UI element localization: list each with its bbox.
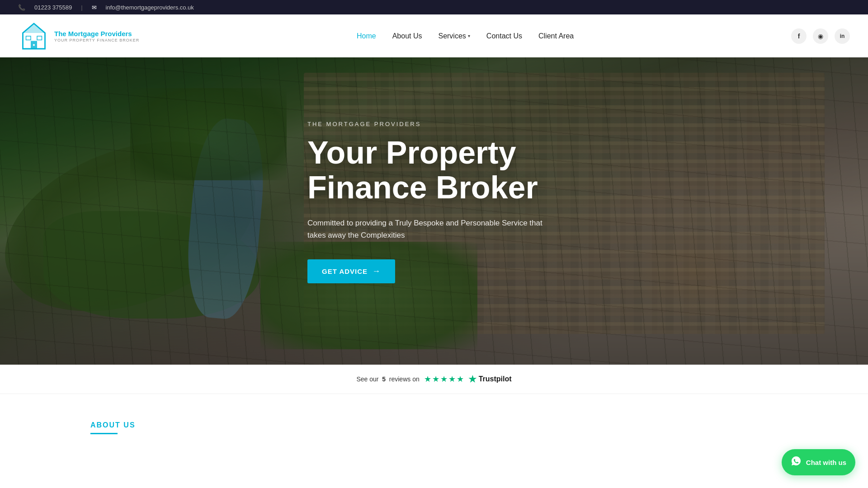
hero-title-line1: Your Property: [307, 135, 516, 170]
svg-point-5: [33, 44, 35, 46]
whatsapp-icon: [791, 455, 802, 469]
svg-rect-3: [26, 36, 31, 40]
nav-link-about[interactable]: About Us: [392, 32, 422, 40]
star-2: ★: [432, 374, 439, 384]
hero-content: THE MORTGAGE PROVIDERS Your Property Fin…: [280, 121, 588, 283]
about-underline: [90, 433, 118, 434]
star-3: ★: [440, 374, 448, 384]
nav-item-client[interactable]: Client Area: [538, 32, 574, 40]
email-address[interactable]: info@themortgageproviders.co.uk: [106, 4, 194, 11]
trustpilot-text-before: See our 5 reviews on: [356, 375, 419, 383]
chevron-down-icon: ▾: [468, 33, 470, 38]
hero-section: THE MORTGAGE PROVIDERS Your Property Fin…: [0, 57, 868, 365]
navbar: The Mortgage Providers YOUR PROPERTY FIN…: [0, 14, 868, 57]
email-icon: ✉: [92, 4, 97, 11]
tp-logo-text: Trustpilot: [479, 375, 512, 383]
brand-text: The Mortgage Providers YOUR PROPERTY FIN…: [54, 30, 139, 42]
linkedin-icon[interactable]: in: [835, 28, 850, 44]
svg-marker-1: [23, 23, 45, 33]
star-1: ★: [424, 374, 431, 384]
nav-item-about[interactable]: About Us: [392, 32, 422, 40]
about-section: ABOUT US: [0, 394, 868, 452]
arrow-right-icon: →: [372, 267, 381, 276]
nav-link-home[interactable]: Home: [357, 32, 376, 40]
chat-bubble[interactable]: Chat with us: [782, 449, 855, 475]
phone-number[interactable]: 01223 375589: [34, 4, 72, 11]
separator: |: [81, 4, 82, 11]
social-icons: f ◉ in: [791, 28, 850, 44]
top-bar: 📞 01223 375589 | ✉ info@themortgageprovi…: [0, 0, 868, 14]
get-advice-label: GET ADVICE: [322, 267, 368, 275]
hero-description: Committed to providing a Truly Bespoke a…: [307, 217, 561, 241]
tp-logo-star: ★: [468, 374, 476, 385]
nav-link-services[interactable]: Services ▾: [438, 32, 470, 40]
phone-icon: 📞: [18, 4, 25, 11]
nav-item-contact[interactable]: Contact Us: [486, 32, 522, 40]
brand-tagline: YOUR PROPERTY FINANCE BROKER: [54, 38, 139, 42]
trustpilot-count: 5: [382, 375, 386, 383]
facebook-icon[interactable]: f: [791, 28, 807, 44]
nav-link-client[interactable]: Client Area: [538, 32, 574, 40]
nav-item-services[interactable]: Services ▾: [438, 32, 470, 40]
instagram-icon[interactable]: ◉: [813, 28, 828, 44]
trustpilot-stars: ★ ★ ★ ★ ★: [424, 374, 464, 384]
svg-rect-4: [37, 36, 42, 40]
hero-title-line2: Finance Broker: [307, 170, 538, 205]
chat-label: Chat with us: [806, 459, 846, 466]
nav-item-home[interactable]: Home: [357, 32, 376, 40]
hero-subtitle: THE MORTGAGE PROVIDERS: [307, 121, 561, 127]
about-label: ABOUT US: [90, 421, 778, 429]
brand-logo: [18, 20, 50, 52]
trustpilot-bar[interactable]: See our 5 reviews on ★ ★ ★ ★ ★ ★ Trustpi…: [0, 365, 868, 394]
brand-logo-area[interactable]: The Mortgage Providers YOUR PROPERTY FIN…: [18, 20, 139, 52]
get-advice-button[interactable]: GET ADVICE →: [307, 259, 395, 283]
trustpilot-logo[interactable]: ★ Trustpilot: [468, 374, 512, 385]
brand-name: The Mortgage Providers: [54, 30, 139, 38]
star-4: ★: [448, 374, 456, 384]
star-5: ★: [457, 374, 464, 384]
hero-title: Your Property Finance Broker: [307, 136, 561, 205]
nav-link-contact[interactable]: Contact Us: [486, 32, 522, 40]
nav-links: Home About Us Services ▾ Contact Us Clie…: [357, 32, 574, 40]
